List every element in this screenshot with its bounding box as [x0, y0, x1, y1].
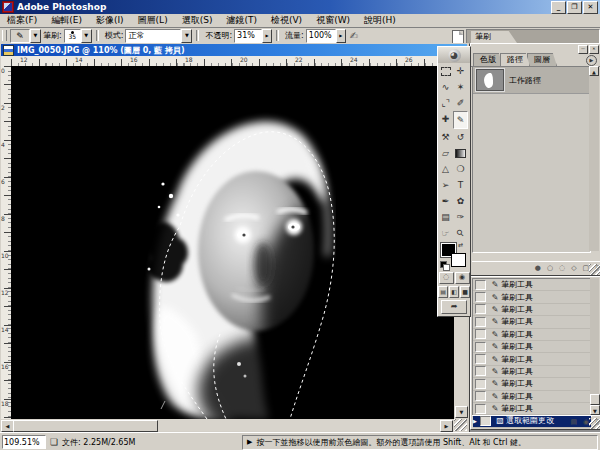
- document-page-icon[interactable]: [452, 30, 464, 44]
- menu-item-8[interactable]: 說明(H): [357, 14, 403, 27]
- scroll-right-icon[interactable]: ▶: [440, 420, 453, 432]
- tool-magic-wand[interactable]: ✶: [453, 79, 468, 95]
- stroke-path-icon[interactable]: ○: [547, 264, 553, 272]
- mode-select[interactable]: 正常: [125, 29, 181, 43]
- tool-rectangular-marquee[interactable]: [438, 63, 453, 79]
- swap-colors-icon[interactable]: ⇄: [458, 241, 463, 248]
- tool-type[interactable]: T: [453, 177, 468, 193]
- tool-history-brush[interactable]: ↺: [453, 129, 468, 145]
- fill-path-icon[interactable]: ●: [535, 264, 541, 272]
- tool-eraser[interactable]: ▱: [438, 145, 453, 161]
- tool-dodge[interactable]: ❍: [453, 161, 468, 177]
- tool-crop[interactable]: ⌞⌝: [438, 95, 453, 111]
- history-brush-source-box[interactable]: [475, 404, 486, 414]
- standard-screen-mode-button[interactable]: ▤: [438, 286, 448, 298]
- opacity-spinner-icon[interactable]: ▶: [262, 29, 272, 43]
- tool-slice[interactable]: ✐: [453, 95, 468, 111]
- menu-item-1[interactable]: 編輯(E): [44, 14, 89, 27]
- tool-gradient[interactable]: [453, 145, 468, 161]
- default-colors-icon[interactable]: [440, 261, 448, 269]
- tab-色版[interactable]: 色版: [473, 53, 503, 66]
- tool-preset-button[interactable]: ✎: [10, 29, 30, 43]
- work-path-row[interactable]: 工作路徑: [473, 67, 590, 94]
- history-brush-source-box[interactable]: [475, 304, 486, 314]
- toolbox-header[interactable]: ◕: [438, 47, 470, 63]
- history-state-6[interactable]: ✎筆刷工具: [473, 353, 591, 365]
- history-brush-source-box[interactable]: [475, 329, 486, 339]
- history-state-7[interactable]: ✎筆刷工具: [473, 366, 591, 378]
- quick-mask-mode-button[interactable]: ◉: [455, 272, 470, 284]
- scroll-down-icon[interactable]: ▼: [590, 405, 600, 415]
- tool-clone-stamp[interactable]: ⚒: [438, 129, 453, 145]
- history-scrollbar[interactable]: ▼: [590, 278, 599, 415]
- menu-item-6[interactable]: 檢視(V): [264, 14, 309, 27]
- standard-mode-button[interactable]: ◌: [439, 272, 454, 284]
- tool-brush[interactable]: ✎: [453, 111, 468, 129]
- document-titlebar[interactable]: IMG_0050.JPG @ 110% (圖層 0, 藍 拷貝): [1, 44, 467, 56]
- tool-path-selection[interactable]: ➢: [438, 177, 453, 193]
- opacity-input[interactable]: 31%: [234, 29, 262, 43]
- history-state-3[interactable]: ✎筆刷工具: [473, 316, 591, 328]
- flow-input[interactable]: 100%: [306, 29, 336, 43]
- status-page-icon[interactable]: ❏: [50, 437, 58, 447]
- history-state-5[interactable]: ✎筆刷工具: [473, 341, 591, 353]
- minimize-button[interactable]: _: [551, 1, 566, 14]
- tool-custom-shape[interactable]: ✿: [453, 193, 468, 209]
- close-button[interactable]: ✕: [583, 1, 598, 14]
- history-state-1[interactable]: ✎筆刷工具: [473, 291, 591, 303]
- tool-eyedropper[interactable]: ✑: [453, 209, 468, 225]
- history-brush-source-box[interactable]: [475, 292, 486, 302]
- history-brush-source-box[interactable]: [475, 354, 486, 364]
- history-state-8[interactable]: ✎筆刷工具: [473, 378, 591, 390]
- palette-titlebar[interactable]: —✕: [471, 44, 600, 53]
- history-brush-source-box[interactable]: [475, 317, 486, 327]
- background-color-swatch[interactable]: [451, 253, 466, 267]
- menu-item-3[interactable]: 圖層(L): [131, 14, 175, 27]
- full-screen-menubar-mode-button[interactable]: ◧: [449, 286, 459, 298]
- history-brush-source-box[interactable]: [475, 366, 486, 376]
- history-state-4[interactable]: ✎筆刷工具: [473, 329, 591, 341]
- horizontal-scroll-thumb[interactable]: [13, 420, 158, 432]
- flow-spinner-icon[interactable]: ▶: [336, 29, 346, 43]
- tab-圖層[interactable]: 圖層: [527, 53, 557, 66]
- palette-menu-icon[interactable]: ▶: [586, 55, 597, 66]
- make-work-path-icon[interactable]: ◇: [571, 264, 576, 272]
- jump-to-imageready-button[interactable]: ➦: [441, 300, 467, 314]
- tool-zoom[interactable]: ⚲: [453, 225, 468, 241]
- menu-item-7[interactable]: 視窗(W): [309, 14, 357, 27]
- scroll-down-icon[interactable]: ▼: [455, 406, 468, 418]
- tool-healing-brush[interactable]: ✚: [438, 111, 453, 127]
- tab-brushes[interactable]: 筆刷: [471, 31, 517, 43]
- full-screen-mode-button[interactable]: ■: [460, 286, 470, 298]
- history-brush-source-box[interactable]: [475, 379, 486, 389]
- history-state-10[interactable]: ✎筆刷工具: [473, 403, 591, 415]
- menu-item-5[interactable]: 濾鏡(T): [219, 14, 264, 27]
- tool-lasso[interactable]: ∿: [438, 79, 453, 95]
- palette-resize-grip[interactable]: [589, 418, 600, 429]
- palette-resize-grip[interactable]: [589, 264, 600, 275]
- options-bar-grip[interactable]: [2, 30, 7, 41]
- tool-move[interactable]: ✛: [453, 63, 468, 79]
- airbrush-toggle-icon[interactable]: ✍: [350, 30, 358, 41]
- zoom-level-input[interactable]: 109.51%: [2, 435, 46, 449]
- load-path-as-selection-icon[interactable]: ◌: [559, 264, 565, 272]
- new-document-from-state-icon[interactable]: ▤: [570, 418, 577, 426]
- tool-hand[interactable]: ☞: [438, 225, 453, 241]
- menu-item-0[interactable]: 檔案(F): [0, 14, 44, 27]
- scroll-up-icon[interactable]: ▲: [589, 66, 599, 76]
- restore-button[interactable]: ❐: [567, 1, 582, 14]
- history-brush-source-box[interactable]: [475, 342, 486, 352]
- tab-路徑[interactable]: 路徑: [500, 53, 530, 66]
- tool-pen[interactable]: ✒: [438, 193, 453, 209]
- history-state-9[interactable]: ✎筆刷工具: [473, 391, 591, 403]
- paths-scrollbar[interactable]: ▲: [589, 66, 599, 251]
- horizontal-scrollbar[interactable]: ◀ ▶: [1, 419, 454, 431]
- menu-item-2[interactable]: 影像(I): [89, 14, 131, 27]
- history-brush-source-box[interactable]: [475, 280, 486, 290]
- tool-notes[interactable]: ▤: [438, 209, 453, 225]
- brush-dropdown-icon[interactable]: ▼: [81, 29, 92, 43]
- tool-blur[interactable]: △: [438, 161, 453, 177]
- tool-preset-dropdown-icon[interactable]: ▼: [30, 29, 41, 43]
- brush-preset-picker[interactable]: 35: [64, 29, 81, 43]
- history-brush-source-box[interactable]: [475, 391, 486, 401]
